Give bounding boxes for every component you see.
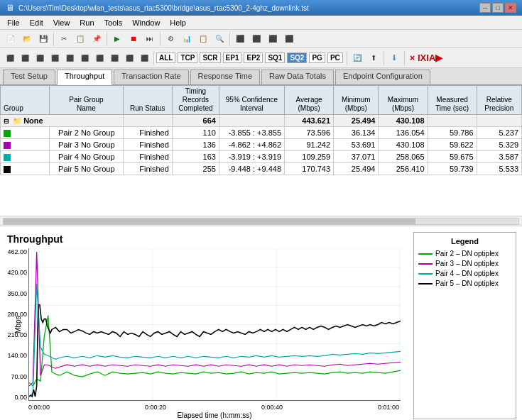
legend-line-2 xyxy=(418,263,433,265)
row1-average: 73.596 xyxy=(285,127,334,139)
folder-icon: 📁 xyxy=(13,117,21,125)
expand-icon[interactable]: ⊟ xyxy=(4,118,9,125)
summary-minimum: 25.494 xyxy=(334,115,379,127)
tab-raw-data[interactable]: Raw Data Totals xyxy=(261,70,334,84)
row1-time: 59.786 xyxy=(428,127,477,139)
y-val-8: 0.00 xyxy=(6,394,27,401)
row4-min: 25.494 xyxy=(334,163,379,175)
row1-max: 136.054 xyxy=(379,127,428,139)
label-pc[interactable]: PC xyxy=(327,52,343,63)
legend-label-1: Pair 2 – DN optiplex xyxy=(435,250,499,258)
table-button[interactable]: 📋 xyxy=(195,31,211,47)
row2-precision: 5.329 xyxy=(477,139,521,151)
save-button[interactable]: 💾 xyxy=(36,31,51,47)
label-all[interactable]: ALL xyxy=(156,52,175,63)
tb2-btn1[interactable]: ⬛ xyxy=(3,51,17,65)
legend-label-4: Pair 5 – DN optiplex xyxy=(435,280,499,287)
tab-transaction-rate[interactable]: Transaction Rate xyxy=(114,70,188,84)
tab-endpoint-config[interactable]: Endpoint Configuration xyxy=(335,70,430,84)
menu-tools[interactable]: Tools xyxy=(100,18,127,28)
row2-records: 136 xyxy=(172,139,219,151)
data-table-area: Group Pair GroupName Run Status TimingRe… xyxy=(0,85,522,216)
chart-container: Throughput Mbps 462.00 420.00 350.00 280… xyxy=(0,226,522,420)
row4-group xyxy=(1,163,50,175)
table-row: Pair 5 No Group Finished 255 -9.448 : +9… xyxy=(1,163,522,175)
chart-button[interactable]: 📊 xyxy=(179,31,195,47)
y-val-2: 420.00 xyxy=(6,269,27,276)
step-button[interactable]: ⏭ xyxy=(142,31,158,47)
summary-status xyxy=(123,115,172,127)
copy-button[interactable]: 📋 xyxy=(72,31,88,47)
label-ep2[interactable]: EP2 xyxy=(244,52,263,63)
y-val-4: 280.00 xyxy=(6,311,27,318)
maximize-button[interactable]: □ xyxy=(492,3,504,13)
tb2-btn2[interactable]: ⬛ xyxy=(18,51,32,65)
col-header-precision: RelativePrecision xyxy=(477,86,521,115)
play-button[interactable]: ▶ xyxy=(109,31,125,47)
refresh-button[interactable]: 🔄 xyxy=(349,50,365,66)
close-button[interactable]: ✕ xyxy=(505,3,516,13)
legend-title: Legend xyxy=(418,237,511,245)
label-pg[interactable]: PG xyxy=(309,52,325,63)
tb2-btn3[interactable]: ⬛ xyxy=(33,51,47,65)
row3-precision: 3.587 xyxy=(477,151,521,163)
row3-confidence: -3.919 : +3.919 xyxy=(219,151,284,163)
col-header-timing: TimingRecordsCompleted xyxy=(172,86,219,115)
label-sq2[interactable]: SQ2 xyxy=(287,52,307,63)
row1-group xyxy=(1,127,50,139)
filter-button[interactable]: 🔍 xyxy=(212,31,227,47)
export-button[interactable]: ⬆ xyxy=(366,50,381,66)
btn-extra2[interactable]: ⬛ xyxy=(249,31,264,47)
btn-extra3[interactable]: ⬛ xyxy=(265,31,281,47)
tb2-btn7[interactable]: ⬛ xyxy=(92,51,107,65)
label-ep1[interactable]: EP1 xyxy=(223,52,242,63)
tb2-btn6[interactable]: ⬛ xyxy=(77,51,92,65)
row3-time: 59.675 xyxy=(428,151,477,163)
summary-time xyxy=(428,115,477,127)
tabs: Test Setup Throughput Transaction Rate R… xyxy=(0,68,522,85)
y-val-1: 462.00 xyxy=(6,248,27,255)
menu-file[interactable]: File xyxy=(3,18,24,28)
summary-maximum: 430.108 xyxy=(379,115,428,127)
tb2-btn9[interactable]: ⬛ xyxy=(122,51,136,65)
settings-button[interactable]: ⚙ xyxy=(163,31,178,47)
col-header-maximum: Maximum(Mbps) xyxy=(379,86,428,115)
minimize-button[interactable]: ─ xyxy=(479,3,491,13)
label-sq1[interactable]: SQ1 xyxy=(265,52,285,63)
summary-label: ⊟ 📁 None xyxy=(1,115,124,127)
tb2-btn4[interactable]: ⬛ xyxy=(48,51,62,65)
row4-records: 255 xyxy=(172,163,219,175)
legend-label-2: Pair 3 – DN optiplex xyxy=(435,260,499,267)
label-scr[interactable]: SCR xyxy=(200,52,220,63)
new-button[interactable]: 📄 xyxy=(3,31,18,47)
results-table: Group Pair GroupName Run Status TimingRe… xyxy=(0,85,522,175)
row2-max: 430.108 xyxy=(379,139,428,151)
title-bar: 🖥 C:\Users\Tim\Desktop\wlan_tests\asus_r… xyxy=(0,0,522,16)
tb2-btn5[interactable]: ⬛ xyxy=(62,51,77,65)
menu-window[interactable]: Window xyxy=(128,18,164,28)
chart-title: Throughput xyxy=(7,233,401,245)
table-row: Pair 2 No Group Finished 110 -3.855 : +3… xyxy=(1,127,522,139)
info-button[interactable]: ℹ xyxy=(386,50,402,66)
tb2-btn10[interactable]: ⬛ xyxy=(137,51,151,65)
tab-test-setup[interactable]: Test Setup xyxy=(3,70,55,84)
cut-button[interactable]: ✂ xyxy=(56,31,72,47)
tab-response-time[interactable]: Response Time xyxy=(190,70,260,84)
tab-throughput[interactable]: Throughput xyxy=(57,70,112,85)
paste-button[interactable]: 📌 xyxy=(89,31,104,47)
open-button[interactable]: 📂 xyxy=(19,31,35,47)
x-label-20: 0:00:20 xyxy=(145,404,166,411)
btn-extra1[interactable]: ⬛ xyxy=(232,31,248,47)
menu-edit[interactable]: Edit xyxy=(26,18,48,28)
summary-average: 443.621 xyxy=(285,115,334,127)
menu-view[interactable]: View xyxy=(49,18,75,28)
row3-status: Finished xyxy=(123,151,172,163)
label-tcp[interactable]: TCP xyxy=(178,52,197,63)
menu-help[interactable]: Help xyxy=(165,18,190,28)
menu-run[interactable]: Run xyxy=(75,18,98,28)
btn-extra4[interactable]: ⬛ xyxy=(281,31,297,47)
row4-status: Finished xyxy=(123,163,172,175)
tb2-btn8[interactable]: ⬛ xyxy=(107,51,121,65)
row4-confidence: -9.448 : +9.448 xyxy=(219,163,284,175)
stop-button[interactable]: ⏹ xyxy=(126,31,141,47)
